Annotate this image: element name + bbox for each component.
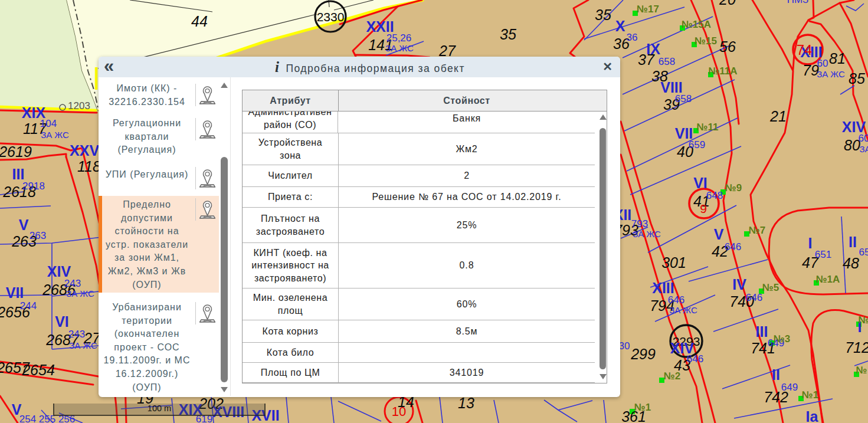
svg-text:II: II <box>849 234 857 250</box>
svg-text:III: III <box>756 323 768 340</box>
svg-text:ЗА ЖС: ЗА ЖС <box>69 340 97 350</box>
svg-text:299: 299 <box>630 346 656 362</box>
svg-text:9: 9 <box>700 202 707 215</box>
svg-text:№9: №9 <box>725 182 742 194</box>
svg-text:85: 85 <box>849 70 865 87</box>
svg-text:2654: 2654 <box>21 362 55 378</box>
svg-text:№3: №3 <box>774 333 790 345</box>
svg-text:658: 658 <box>675 93 692 104</box>
svg-text:2330: 2330 <box>317 10 345 24</box>
svg-text:№17: №17 <box>637 4 659 15</box>
svg-text:№: № <box>856 365 867 376</box>
svg-text:№11А: №11А <box>708 65 737 77</box>
svg-text:10: 10 <box>392 404 406 419</box>
svg-text:243: 243 <box>64 278 81 289</box>
svg-text:646: 646 <box>668 294 684 306</box>
svg-text:ЗА ЖС: ЗА ЖС <box>66 288 94 299</box>
svg-text:60: 60 <box>817 58 828 69</box>
svg-text:Ia: Ia <box>806 408 819 423</box>
svg-text:651: 651 <box>815 249 831 260</box>
svg-text:35: 35 <box>595 6 611 23</box>
svg-text:35: 35 <box>500 26 516 42</box>
svg-text:№1: №1 <box>802 389 818 401</box>
svg-text:ЗА ЖС: ЗА ЖС <box>633 229 661 239</box>
svg-text:IV: IV <box>732 276 746 293</box>
svg-text:V: V <box>19 217 29 233</box>
svg-text:301: 301 <box>661 254 686 271</box>
svg-text:ЗА ЖС: ЗА ЖС <box>817 69 845 79</box>
svg-text:№: № <box>859 314 868 326</box>
svg-text:244: 244 <box>20 300 37 311</box>
svg-text:658: 658 <box>659 56 675 67</box>
svg-text:III: III <box>12 166 25 182</box>
svg-text:65: 65 <box>859 247 868 258</box>
svg-text:646: 646 <box>725 241 741 253</box>
svg-text:№2: №2 <box>664 370 680 382</box>
svg-text:№15А: №15А <box>682 19 711 30</box>
svg-text:60: 60 <box>859 133 868 144</box>
svg-text:44: 44 <box>191 13 208 29</box>
svg-text:II: II <box>772 366 780 383</box>
svg-text:VI: VI <box>693 175 707 191</box>
svg-text:2619: 2619 <box>0 143 32 160</box>
svg-text:30: 30 <box>619 340 630 352</box>
svg-text:№7: №7 <box>749 225 765 236</box>
svg-text:№11: №11 <box>697 122 719 133</box>
svg-text:793: 793 <box>631 218 648 229</box>
svg-text:2918: 2918 <box>22 181 45 192</box>
svg-text:ЗА ЖС: ЗА ЖС <box>669 305 697 315</box>
svg-text:ЗА ЖС: ЗА ЖС <box>41 130 69 140</box>
svg-text:X: X <box>615 18 625 34</box>
svg-text:VII: VII <box>6 284 24 301</box>
svg-text:659: 659 <box>689 139 705 150</box>
svg-text:104: 104 <box>40 118 57 129</box>
svg-text:56: 56 <box>719 38 736 55</box>
svg-text:21: 21 <box>769 108 787 124</box>
svg-text:243: 243 <box>68 329 85 340</box>
svg-text:74: 74 <box>797 42 813 58</box>
svg-text:648: 648 <box>706 190 723 201</box>
svg-text:646: 646 <box>687 353 703 365</box>
svg-text:81: 81 <box>829 50 846 67</box>
svg-text:118: 118 <box>77 158 101 175</box>
svg-text:№5: №5 <box>762 282 779 293</box>
svg-text:48: 48 <box>843 255 859 271</box>
svg-text:646: 646 <box>746 292 762 303</box>
svg-text:25,26: 25,26 <box>386 32 412 44</box>
svg-text:263: 263 <box>30 230 46 241</box>
svg-text:V: V <box>714 226 724 242</box>
svg-text:№1А: №1А <box>816 274 840 285</box>
svg-text:ЗА ЖС: ЗА ЖС <box>385 43 414 53</box>
svg-text:VI: VI <box>55 313 69 330</box>
svg-text:20: 20 <box>719 0 736 8</box>
svg-text:1203: 1203 <box>68 100 90 112</box>
svg-text:№15: №15 <box>695 35 717 47</box>
svg-text:XIV: XIV <box>47 263 71 280</box>
svg-text:№1: №1 <box>634 402 651 413</box>
svg-text:IX: IX <box>646 41 660 57</box>
svg-text:649: 649 <box>781 382 798 393</box>
svg-text:712: 712 <box>845 339 868 356</box>
svg-text:ЗА: ЗА <box>859 144 868 154</box>
svg-text:13: 13 <box>458 395 474 411</box>
svg-text:ПМЗ: ПМЗ <box>787 0 809 5</box>
svg-text:I: I <box>808 235 813 251</box>
svg-text:36: 36 <box>627 32 638 43</box>
svg-text:XIII: XIII <box>652 280 674 296</box>
